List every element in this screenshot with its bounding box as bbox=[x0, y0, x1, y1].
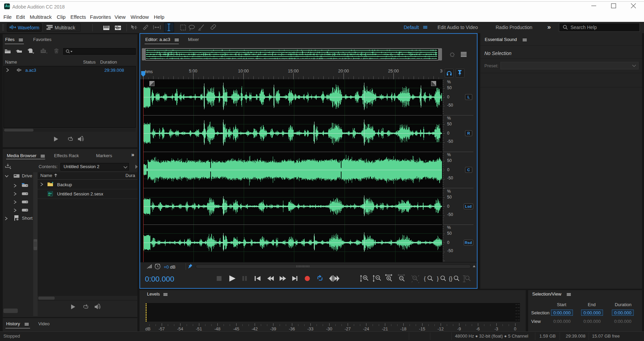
svg-text:-12: -12 bbox=[438, 327, 444, 331]
svg-text:%: % bbox=[447, 116, 451, 121]
svg-text:{: { bbox=[424, 276, 426, 282]
svg-text:0: 0 bbox=[447, 240, 450, 245]
svg-text:-27: -27 bbox=[345, 327, 351, 331]
svg-text:50: 50 bbox=[447, 231, 452, 236]
svg-text:-30: -30 bbox=[326, 327, 332, 331]
svg-text:-50: -50 bbox=[447, 176, 453, 180]
svg-text:-57: -57 bbox=[159, 327, 165, 331]
svg-text:-51: -51 bbox=[196, 327, 202, 331]
svg-text:-48: -48 bbox=[214, 327, 220, 331]
svg-text:Lsd: Lsd bbox=[465, 204, 472, 208]
svg-text:0: 0 bbox=[514, 327, 516, 331]
svg-text:%: % bbox=[447, 189, 451, 194]
svg-text:-21: -21 bbox=[382, 327, 388, 331]
svg-text:-18: -18 bbox=[400, 327, 406, 331]
svg-text:-6: -6 bbox=[476, 327, 480, 331]
svg-text:}: } bbox=[437, 276, 439, 282]
svg-text:-24: -24 bbox=[363, 327, 369, 331]
svg-text:-54: -54 bbox=[177, 327, 183, 331]
svg-text:%: % bbox=[447, 80, 451, 84]
svg-text:30:00: 30:00 bbox=[440, 69, 443, 73]
svg-text:-3: -3 bbox=[494, 327, 498, 331]
svg-text:50: 50 bbox=[447, 85, 452, 90]
svg-text:20:00: 20:00 bbox=[338, 69, 349, 73]
svg-text:Au: Au bbox=[48, 192, 52, 195]
svg-text:R: R bbox=[467, 131, 470, 135]
svg-text:%: % bbox=[447, 225, 451, 230]
svg-text:0: 0 bbox=[447, 131, 450, 136]
svg-text:-42: -42 bbox=[252, 327, 258, 331]
svg-text:L: L bbox=[468, 95, 470, 99]
svg-text:0: 0 bbox=[447, 95, 450, 99]
svg-text:-39: -39 bbox=[270, 327, 276, 331]
svg-text:{}: {} bbox=[449, 276, 453, 282]
svg-text:dB: dB bbox=[145, 327, 150, 331]
svg-text:25:00: 25:00 bbox=[388, 69, 399, 73]
svg-text:50: 50 bbox=[447, 122, 452, 126]
svg-text:50: 50 bbox=[447, 158, 452, 163]
svg-text:-50: -50 bbox=[447, 248, 453, 253]
svg-text:50: 50 bbox=[447, 195, 452, 200]
svg-text:-50: -50 bbox=[447, 212, 453, 217]
svg-text:-50: -50 bbox=[447, 103, 453, 108]
svg-text:0: 0 bbox=[447, 167, 450, 172]
svg-text:Rsd: Rsd bbox=[465, 241, 472, 245]
svg-text:-50: -50 bbox=[447, 139, 453, 144]
svg-text:15:00: 15:00 bbox=[288, 69, 298, 73]
svg-text:-36: -36 bbox=[289, 327, 295, 331]
svg-text:-9: -9 bbox=[457, 327, 461, 331]
svg-text:5:00: 5:00 bbox=[189, 69, 197, 73]
svg-text:10:00: 10:00 bbox=[238, 69, 249, 73]
svg-text:0: 0 bbox=[447, 204, 450, 209]
svg-text:-15: -15 bbox=[419, 327, 425, 331]
svg-text:%: % bbox=[447, 152, 451, 157]
svg-text:C: C bbox=[467, 168, 470, 172]
svg-text:-33: -33 bbox=[307, 327, 313, 331]
svg-text:-45: -45 bbox=[233, 327, 239, 331]
